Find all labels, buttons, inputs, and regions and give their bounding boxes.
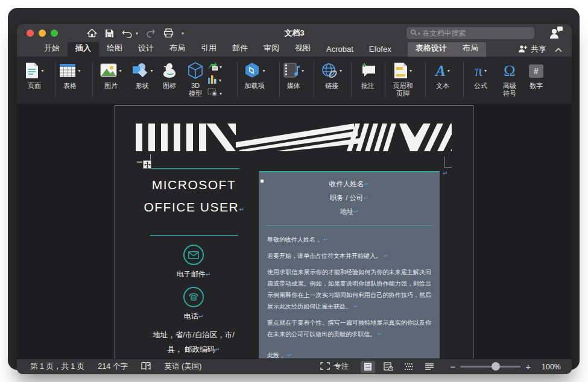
close-button[interactable] <box>27 30 34 37</box>
tab-insert[interactable]: 插入 <box>68 40 99 57</box>
ribbon-divider <box>385 62 385 97</box>
redo-icon[interactable] <box>146 29 156 38</box>
zoom-out-button[interactable] <box>450 362 455 372</box>
zoom-in-button[interactable] <box>525 362 531 372</box>
collapse-ribbon-icon[interactable] <box>555 45 562 54</box>
icons-button[interactable]: 图标 <box>156 60 183 90</box>
cover-banner-graphic[interactable] <box>136 124 452 151</box>
search-input[interactable] <box>423 29 531 37</box>
tab-efofex[interactable]: Efofex <box>361 42 399 57</box>
proofing-icon[interactable] <box>141 362 151 372</box>
paragraph-mark <box>443 170 447 177</box>
tab-mailings[interactable]: 邮件 <box>224 40 256 57</box>
smartart-icon <box>207 61 218 73</box>
address-placeholder[interactable]: 地址，省/市/自治区，市/ 县， 邮政编码 <box>128 328 259 357</box>
smartart-button[interactable] <box>207 61 222 73</box>
add-ins-icon <box>244 62 261 80</box>
tab-references[interactable]: 引用 <box>193 40 224 57</box>
ribbon-divider <box>463 62 464 97</box>
divider-line <box>266 225 432 226</box>
toolbar-options-icon[interactable]: ▾ <box>182 31 184 36</box>
divider-line <box>151 168 239 169</box>
zoom-control: 100% <box>450 362 561 372</box>
ribbon-divider <box>237 62 238 97</box>
recipient-name[interactable]: 收件人姓名 <box>267 177 431 191</box>
print-icon[interactable] <box>163 28 174 38</box>
equation-icon: π <box>475 63 482 79</box>
tab-acrobat[interactable]: Acrobat <box>318 42 361 57</box>
search-icon <box>410 28 417 39</box>
tab-draw[interactable]: 绘图 <box>99 40 130 57</box>
ribbon-divider <box>279 62 280 97</box>
minimize-button[interactable] <box>39 30 46 37</box>
equation-button[interactable]: π 公式 <box>468 60 493 90</box>
tab-table-design[interactable]: 表格设计 <box>408 40 455 57</box>
body-paragraph[interactable]: 若要开始，请单击占位符文本并开始键入。 <box>267 250 431 261</box>
paragraph-mark <box>364 195 368 201</box>
selection-handle[interactable] <box>261 180 264 183</box>
number-button[interactable]: # 数字 <box>523 60 549 90</box>
word-count[interactable]: 214 个字 <box>98 362 127 372</box>
table-button[interactable]: 表格 <box>54 60 86 90</box>
email-label[interactable]: 电子邮件 <box>133 269 254 280</box>
focus-button[interactable]: 专注 <box>320 362 349 372</box>
search-scope-caret-icon[interactable]: ▾ <box>418 31 420 36</box>
ribbon-tab-bar: 开始 插入 绘图 设计 布局 引用 邮件 审阅 视图 Acrobat Efofe… <box>17 42 572 57</box>
tab-table-layout[interactable]: 布局 <box>455 40 486 57</box>
chart-button[interactable] <box>207 75 221 86</box>
undo-icon[interactable] <box>122 29 133 38</box>
language-indicator[interactable]: 英语 (美国) <box>165 362 202 372</box>
print-layout-view-button[interactable] <box>361 361 375 373</box>
tab-review[interactable]: 审阅 <box>256 40 287 57</box>
document-page[interactable]: MICROSOFT OFFICE USER 电子邮件 电话 地址，省/市/自治区… <box>115 105 473 359</box>
media-button[interactable]: 媒体 <box>280 60 307 90</box>
undo-dropdown-icon[interactable]: ▾ <box>136 31 138 36</box>
pages-icon <box>25 62 39 80</box>
home-icon[interactable] <box>87 28 97 38</box>
tab-design[interactable]: 设计 <box>130 40 162 57</box>
move-handle[interactable] <box>143 160 151 169</box>
add-ins-button[interactable]: 加载项 <box>239 60 270 90</box>
comment-button[interactable]: 批注 <box>355 60 381 90</box>
document-canvas[interactable]: MICROSOFT OFFICE USER 电子邮件 电话 地址，省/市/自治区… <box>17 104 572 359</box>
zoom-window-button[interactable] <box>51 30 58 37</box>
advanced-symbol-button[interactable]: Ω 高级符号 <box>496 60 523 98</box>
body-paragraph[interactable]: 使用求职信来展示你的才能和经验如何为你的未来雇主解决问题或带动成果。例如，如果要… <box>267 266 431 312</box>
links-button[interactable]: 链接 <box>318 60 345 90</box>
web-layout-view-button[interactable] <box>381 361 396 373</box>
account-icon[interactable] <box>549 27 563 41</box>
author-name[interactable]: MICROSOFT OFFICE USER <box>138 174 250 221</box>
page-indicator[interactable]: 第 1 页，共 1 页 <box>30 362 84 372</box>
pictures-button[interactable]: 图片 <box>96 60 126 90</box>
recipient-address[interactable]: 地址 <box>267 205 431 219</box>
save-icon[interactable] <box>105 29 114 38</box>
shapes-button[interactable]: 形状 <box>128 60 157 90</box>
paragraph-mark <box>287 352 292 359</box>
draft-view-button[interactable] <box>422 361 437 373</box>
body-paragraph[interactable]: 重点就在于要有个性。撰写一篇可独特地展示真实的你以及你在未来的公司可以做出的贡献… <box>267 317 431 340</box>
share-button[interactable]: 共享 <box>518 44 546 55</box>
screenshot-button[interactable] <box>207 88 222 99</box>
tab-view[interactable]: 视图 <box>287 40 318 57</box>
pages-button[interactable]: 页面 <box>19 60 49 90</box>
text-button[interactable]: A 文本 <box>429 60 456 90</box>
recipient-title[interactable]: 职务 / 公司 <box>267 191 431 205</box>
paragraph-mark <box>353 303 358 310</box>
header-footer-button[interactable]: 页眉和页脚 <box>387 60 419 98</box>
closing[interactable]: 此致， <box>267 349 431 359</box>
outline-view-button[interactable] <box>402 361 416 373</box>
duck-icon <box>162 63 177 80</box>
zoom-level[interactable]: 100% <box>536 363 561 371</box>
zoom-slider[interactable] <box>460 366 520 368</box>
search-box[interactable]: ▾ <box>406 27 534 39</box>
salutation[interactable]: 尊敬的收件人姓名， <box>267 234 431 245</box>
tab-layout[interactable]: 布局 <box>162 40 193 57</box>
3d-models-button[interactable]: 3D模型 <box>182 60 209 98</box>
email-icon <box>183 245 204 265</box>
paragraph-mark <box>239 206 244 213</box>
zoom-slider-thumb[interactable] <box>492 362 500 371</box>
tab-home[interactable]: 开始 <box>36 40 68 57</box>
letter-text-box[interactable]: 收件人姓名 职务 / 公司 地址 尊敬的收件人姓名， 若要开始，请单击占位符文本… <box>259 171 440 359</box>
paragraph-mark <box>198 313 203 320</box>
phone-label[interactable]: 电话 <box>133 312 254 322</box>
